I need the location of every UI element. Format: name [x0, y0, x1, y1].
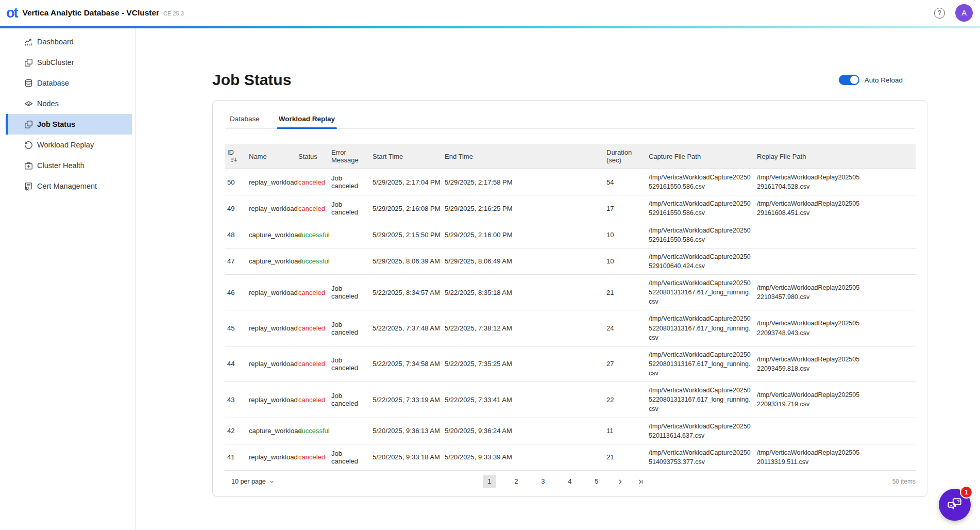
cell-name: capture_workload [249, 248, 298, 274]
page-title: Job Status [212, 71, 291, 89]
sidebar-item-cert-management[interactable]: Cert Management [0, 176, 135, 196]
cell-duration: 22 [606, 382, 649, 418]
cell-replay-path [757, 248, 916, 274]
cell-capture-path: /tmp/VerticaWorkloadCapture2025052916155… [649, 169, 757, 195]
auto-reload-label: Auto Reload [865, 76, 903, 84]
sidebar-item-label: Nodes [37, 100, 59, 108]
sidebar-item-label: Job Status [37, 120, 75, 128]
page-button-3[interactable]: 3 [536, 475, 550, 488]
auto-reload-toggle[interactable] [839, 75, 859, 85]
column-header-capture-path: Capture File Path [649, 144, 757, 169]
sidebar-item-database[interactable]: Database [0, 73, 135, 93]
sidebar-item-dashboard[interactable]: Dashboard [0, 31, 135, 52]
cell-end-time: 5/29/2025, 2:16:25 PM [445, 195, 606, 222]
cell-id: 47 [225, 248, 249, 274]
sidebar-item-subcluster[interactable]: SubCluster [0, 52, 135, 73]
cell-duration: 54 [606, 169, 649, 195]
column-header-name: Name [249, 144, 298, 169]
page-list: 12345 [476, 475, 651, 488]
page-button-2[interactable]: 2 [510, 475, 523, 488]
tab-workload-replay[interactable]: Workload Replay [278, 110, 336, 128]
sort-icon[interactable] [230, 156, 238, 163]
workload-replay-icon [24, 140, 34, 150]
cell-id: 49 [225, 195, 249, 222]
cell-status: canceled [298, 346, 331, 382]
last-page-button[interactable] [637, 478, 644, 485]
cell-error-message [331, 248, 373, 274]
cell-name: capture_workload [249, 418, 298, 444]
column-header-error: Error Message [331, 144, 373, 169]
cell-replay-path: /tmp/VerticaWorkloadReplay20250520113319… [757, 444, 916, 470]
sidebar-item-cluster-health[interactable]: Cluster Health [0, 155, 135, 176]
page-button-5[interactable]: 5 [590, 475, 603, 488]
page-button-4[interactable]: 4 [563, 475, 577, 488]
cell-error-message: Job canceled [331, 275, 373, 310]
sidebar-item-workload-replay[interactable]: Workload Replay [0, 135, 135, 155]
cert-management-icon [24, 181, 34, 191]
cell-duration: 21 [606, 444, 649, 470]
cell-replay-path: /tmp/VerticaWorkloadReplay20250522093748… [757, 310, 916, 346]
table-row: 49 replay_workload canceled Job canceled… [225, 195, 916, 222]
cell-error-message: Job canceled [331, 310, 373, 346]
cell-end-time: 5/29/2025, 8:06:49 AM [445, 248, 606, 274]
help-icon[interactable]: ? [934, 8, 945, 19]
cell-status: canceled [298, 382, 331, 418]
cell-replay-path [757, 418, 916, 444]
cell-name: replay_workload [249, 169, 298, 195]
cell-capture-path: /tmp/VerticaWorkloadCapture2025052208013… [649, 275, 757, 310]
sidebar-item-nodes[interactable]: Nodes [0, 93, 135, 114]
cell-start-time: 5/29/2025, 8:06:39 AM [373, 248, 445, 274]
toggle-knob [850, 76, 858, 84]
tab-database[interactable]: Database [229, 110, 261, 128]
table-row: 43 replay_workload canceled Job canceled… [225, 382, 916, 418]
pagination-bar: 10 per page 12345 50 items [225, 478, 916, 485]
page-button-1[interactable]: 1 [483, 475, 496, 488]
sidebar-item-job-status[interactable]: Job Status [6, 114, 132, 135]
avatar[interactable]: A [955, 4, 973, 22]
sidebar-item-label: SubCluster [37, 58, 74, 67]
cell-id: 44 [225, 346, 249, 382]
table-row: 44 replay_workload canceled Job canceled… [225, 346, 916, 382]
cell-duration: 17 [606, 195, 649, 222]
sidebar-item-label: Cluster Health [37, 161, 85, 170]
cell-status: successful [298, 418, 331, 444]
job-status-icon [24, 119, 34, 129]
cell-duration: 21 [606, 275, 649, 310]
cell-error-message: Job canceled [331, 169, 373, 195]
dashboard-icon [24, 37, 34, 47]
column-header-replay-path: Replay File Path [757, 144, 916, 169]
column-header-id[interactable]: ID [225, 144, 249, 169]
column-header-status: Status [298, 144, 331, 169]
page-size-select[interactable]: 10 per page [231, 478, 275, 485]
table-row: 50 replay_workload canceled Job canceled… [225, 169, 916, 195]
cell-name: replay_workload [249, 444, 298, 470]
cell-status: successful [298, 222, 331, 248]
cell-status: successful [298, 248, 331, 274]
table-body: 50 replay_workload canceled Job canceled… [225, 169, 916, 471]
cell-capture-path: /tmp/VerticaWorkloadCapture2025052208013… [649, 346, 757, 382]
table-header-row: ID Name Status Error Message Start Time … [225, 144, 916, 169]
cell-capture-path: /tmp/VerticaWorkloadCapture2025052208013… [649, 382, 757, 418]
cell-id: 50 [225, 169, 249, 195]
cluster-health-icon [24, 160, 34, 171]
subcluster-icon [24, 57, 34, 68]
sidebar-nav: Dashboard SubCluster Database Nodes Job … [0, 28, 136, 530]
cell-id: 46 [225, 275, 249, 310]
cell-start-time: 5/22/2025, 7:33:19 AM [373, 382, 445, 418]
cell-status: canceled [298, 195, 331, 222]
cell-start-time: 5/29/2025, 2:15:50 PM [373, 222, 445, 248]
cell-error-message [331, 222, 373, 248]
cell-duration: 24 [606, 310, 649, 346]
cell-start-time: 5/22/2025, 7:34:58 AM [373, 346, 445, 382]
cell-name: replay_workload [249, 310, 298, 346]
cell-capture-path: /tmp/VerticaWorkloadCapture2025052910064… [649, 248, 757, 274]
cell-end-time: 5/22/2025, 8:35:18 AM [445, 275, 606, 310]
chevron-down-icon [269, 479, 275, 485]
cell-end-time: 5/22/2025, 7:35:25 AM [445, 346, 606, 382]
next-page-button[interactable] [617, 478, 623, 485]
cell-status: canceled [298, 275, 331, 310]
chat-assistant-button[interactable]: ? .. 1 [939, 489, 971, 521]
nodes-icon [24, 98, 34, 109]
cell-end-time: 5/22/2025, 7:33:41 AM [445, 382, 606, 418]
cell-name: replay_workload [249, 346, 298, 382]
